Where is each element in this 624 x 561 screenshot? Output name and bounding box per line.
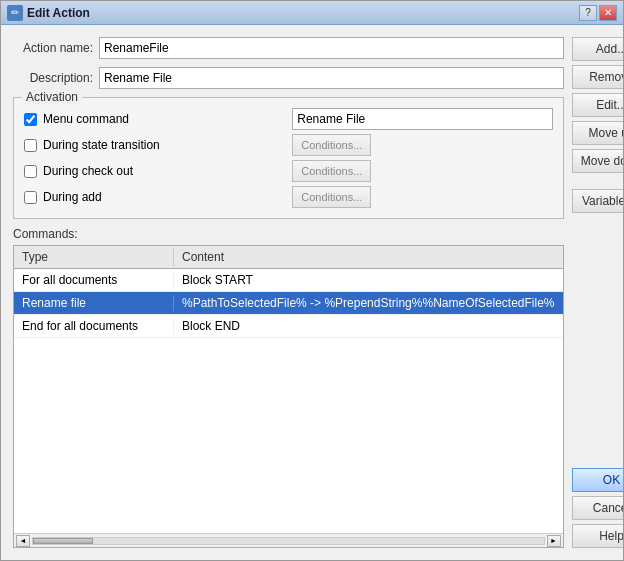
action-name-label: Action name: (13, 41, 93, 55)
type-cell: End for all documents (14, 318, 174, 334)
commands-header: Type Content (14, 246, 563, 269)
content-cell: %PathToSelectedFile% -> %PrependString%%… (174, 295, 563, 311)
during-state-cond-row: Conditions... (292, 134, 552, 156)
add-button[interactable]: Add... (572, 37, 623, 61)
menu-command-input-row (292, 108, 552, 130)
content-cell: Block START (174, 272, 563, 288)
menu-command-checkbox[interactable] (24, 113, 37, 126)
move-down-button[interactable]: Move down (572, 149, 623, 173)
content-column-header: Content (174, 248, 563, 266)
scroll-right-btn[interactable]: ► (547, 535, 561, 547)
during-add-checkbox[interactable] (24, 191, 37, 204)
activation-title: Activation (22, 90, 82, 104)
move-up-button[interactable]: Move up (572, 121, 623, 145)
title-bar: ✏ Edit Action ? ✕ (1, 1, 623, 25)
activation-group: Activation Menu command During state tra… (13, 97, 564, 219)
during-add-cond-row: Conditions... (292, 186, 552, 208)
action-name-input[interactable] (99, 37, 564, 59)
during-add-row: During add (24, 186, 284, 208)
scroll-thumb[interactable] (33, 538, 93, 544)
horizontal-scrollbar[interactable]: ◄ ► (14, 533, 563, 547)
help-title-btn[interactable]: ? (579, 5, 597, 21)
right-panel: Add... Remove Edit... Move up Move down … (572, 37, 623, 548)
menu-command-input[interactable] (292, 108, 552, 130)
during-state-conditions-btn[interactable]: Conditions... (292, 134, 371, 156)
cancel-button[interactable]: Cancel (572, 496, 623, 520)
type-cell: For all documents (14, 272, 174, 288)
scroll-track[interactable] (32, 537, 545, 545)
commands-table: Type Content For all documents Block STA… (13, 245, 564, 548)
during-state-label: During state transition (43, 138, 160, 152)
during-state-checkbox[interactable] (24, 139, 37, 152)
commands-section: Commands: Type Content For all documents… (13, 227, 564, 548)
during-state-row: During state transition (24, 134, 284, 156)
during-checkout-label: During check out (43, 164, 133, 178)
title-bar-buttons: ? ✕ (579, 5, 617, 21)
during-checkout-checkbox[interactable] (24, 165, 37, 178)
main-window: ✏ Edit Action ? ✕ Action name: Descripti… (0, 0, 624, 561)
main-area: Action name: Description: Activation Men… (13, 37, 564, 548)
scroll-left-btn[interactable]: ◄ (16, 535, 30, 547)
commands-buttons: Add... Remove Edit... Move up Move down … (572, 37, 623, 213)
variables-button[interactable]: Variables... (572, 189, 623, 213)
window-icon: ✏ (7, 5, 23, 21)
action-name-row: Action name: (13, 37, 564, 59)
action-buttons: OK Cancel Help (572, 468, 623, 548)
content-cell: Block END (174, 318, 563, 334)
table-row[interactable]: For all documents Block START (14, 269, 563, 292)
commands-body[interactable]: For all documents Block START Rename fil… (14, 269, 563, 533)
close-btn[interactable]: ✕ (599, 5, 617, 21)
during-add-conditions-btn[interactable]: Conditions... (292, 186, 371, 208)
during-checkout-row: During check out (24, 160, 284, 182)
menu-command-row: Menu command (24, 108, 284, 130)
ok-button[interactable]: OK (572, 468, 623, 492)
during-add-label: During add (43, 190, 102, 204)
window-title: Edit Action (27, 6, 579, 20)
description-input[interactable] (99, 67, 564, 89)
activation-grid: Menu command During state transition Con… (24, 108, 553, 208)
type-column-header: Type (14, 248, 174, 266)
help-button[interactable]: Help (572, 524, 623, 548)
description-row: Description: (13, 67, 564, 89)
table-row[interactable]: End for all documents Block END (14, 315, 563, 338)
commands-label: Commands: (13, 227, 564, 241)
menu-command-label: Menu command (43, 112, 129, 126)
during-checkout-conditions-btn[interactable]: Conditions... (292, 160, 371, 182)
table-row[interactable]: Rename file %PathToSelectedFile% -> %Pre… (14, 292, 563, 315)
window-content: Action name: Description: Activation Men… (1, 25, 623, 560)
description-label: Description: (13, 71, 93, 85)
type-cell: Rename file (14, 295, 174, 311)
edit-button[interactable]: Edit... (572, 93, 623, 117)
remove-button[interactable]: Remove (572, 65, 623, 89)
during-checkout-cond-row: Conditions... (292, 160, 552, 182)
